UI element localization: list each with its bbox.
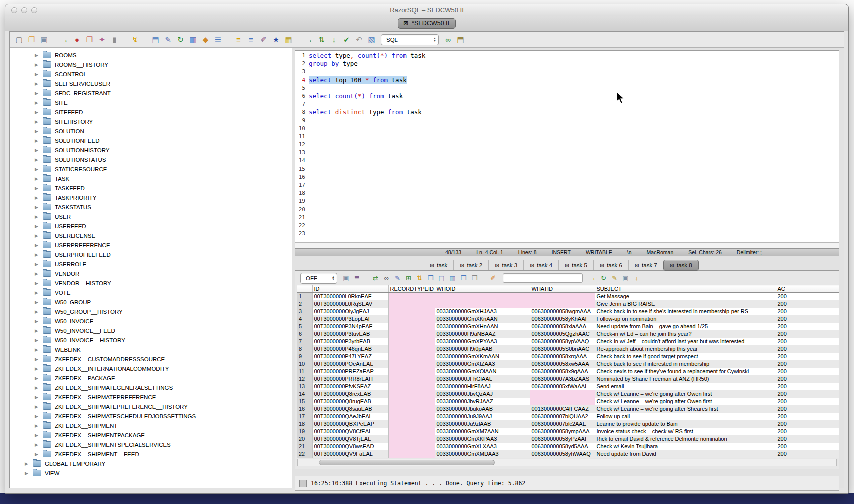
tree-item-w50-group-history[interactable]: ▶W50_GROUP__HISTORY	[10, 307, 292, 316]
tree-item-selfserviceuser[interactable]: ▶SELFSERVICEUSER	[10, 79, 292, 88]
disclosure-triangle-icon[interactable]: ▶	[35, 224, 43, 229]
tree-item-rooms-history[interactable]: ▶ROOMS__HISTORY	[10, 60, 292, 70]
tree-item-zkfedex-shipmatescheduledjobssettings[interactable]: ▶ZKFEDEX__SHIPMATESCHEDULEDJOBSSETTINGS	[10, 412, 292, 421]
table-row[interactable]: 500T3000000P3N4pEAF0033000000GmXHnAAN006…	[298, 323, 840, 330]
tree-item-w50-invoice[interactable]: ▶W50_INVOICE	[10, 316, 292, 326]
tree-item-zkfedex-shipmentpackage[interactable]: ▶ZKFEDEX__SHIPMENTPACKAGE	[10, 430, 292, 440]
cell-whoid[interactable]	[435, 300, 530, 308]
disclosure-triangle-icon[interactable]: ▶	[35, 120, 43, 124]
row-number-cell[interactable]: 13	[298, 383, 312, 390]
cell-recordtypeid[interactable]	[388, 346, 435, 353]
cell-id[interactable]: 00T3000000QV8CfEAL	[312, 428, 388, 436]
cell-subject[interactable]: Check back to see if interested in membe…	[595, 360, 776, 368]
cell-whatid[interactable]	[530, 398, 595, 406]
refresh-results-icon[interactable]: ⇄	[371, 274, 380, 284]
disclosure-triangle-icon[interactable]: ▶	[25, 471, 33, 476]
cell-whatid[interactable]: 006300000058xw5AAA	[530, 360, 595, 368]
disclosure-triangle-icon[interactable]: ▶	[35, 414, 43, 419]
cell-id[interactable]: 00T3000000QV9FaEAL	[312, 450, 388, 458]
cell-whoid[interactable]: 0033000000GmXOiAAN	[435, 368, 530, 376]
cell-subject[interactable]: Get Massage	[595, 293, 776, 300]
row-number-cell[interactable]: 16	[298, 406, 312, 413]
edit-cell-icon[interactable]: ✎	[393, 274, 402, 284]
cell-ac[interactable]: 200	[776, 360, 840, 368]
row-number-cell[interactable]: 8	[298, 346, 312, 353]
view-glasses-icon[interactable]: ∞	[382, 274, 392, 284]
tree-item-user[interactable]: ▶USER	[10, 212, 292, 222]
row-number-cell[interactable]: 22	[298, 450, 312, 458]
tab-close-icon[interactable]: ⊠	[430, 262, 434, 268]
tree-item-userpreference[interactable]: ▶USERPREFERENCE	[10, 240, 292, 250]
cell-id[interactable]: 00T3000000POeAnEAL	[312, 360, 388, 368]
result-tab-task-3[interactable]: ⊠task 3	[488, 260, 524, 270]
table-row[interactable]: 700T3000000P3yrbEAB0033000000GmXPYAA3006…	[298, 338, 840, 346]
save-results-icon[interactable]: ▣	[342, 274, 351, 284]
cell-ac[interactable]: 200	[776, 323, 840, 330]
cell-ac[interactable]: 200	[776, 383, 840, 390]
cell-recordtypeid[interactable]	[388, 406, 435, 413]
filter-icon[interactable]: ≣	[352, 274, 362, 284]
disclosure-triangle-icon[interactable]: ▶	[35, 290, 43, 296]
cell-whatid[interactable]: 006300000058ypVAAQ	[530, 338, 595, 346]
cell-whatid[interactable]	[530, 390, 595, 398]
row-number-cell[interactable]: 15	[298, 398, 312, 406]
tree-item-sitehistory[interactable]: ▶SITEHISTORY	[10, 117, 292, 126]
cell-whatid[interactable]: 006300000058wgmAAA	[530, 308, 595, 316]
cell-whoid[interactable]: 0033000000Ju9zlAAB	[435, 420, 530, 428]
row-number-cell[interactable]: 4	[298, 316, 312, 323]
cell-ac[interactable]: 200	[776, 450, 840, 458]
table-row[interactable]: 1400T3000000Q8rexEAB0033000000JbvQzAAJCh…	[298, 390, 840, 398]
cell-whoid[interactable]: 0033000000JFhGlAAL	[435, 376, 530, 383]
cell-subject[interactable]: Nominated by Shane Freeman at ANZ (HR50)	[595, 376, 776, 383]
cell-whatid[interactable]: 00630000007blQUAA2	[530, 413, 595, 420]
cell-whatid[interactable]	[530, 300, 595, 308]
cell-whoid[interactable]: 0033000000GmXKmAAN	[435, 353, 530, 360]
copy-rows-icon[interactable]: ❒	[459, 274, 468, 284]
cell-ac[interactable]: 200	[776, 353, 840, 360]
down-arrow-icon[interactable]: ↓	[329, 35, 340, 45]
disclosure-triangle-icon[interactable]: ▶	[35, 328, 43, 334]
cell-ac[interactable]: 200	[776, 368, 840, 376]
copy-special-icon[interactable]: ❒	[470, 274, 480, 284]
table-row[interactable]: 900T3000000P47LYEAZ0033000000GmXKmAAN006…	[298, 353, 840, 360]
cell-recordtypeid[interactable]	[388, 360, 435, 368]
tree-item-zkfedex-internationalcommodity[interactable]: ▶ZKFEDEX__INTERNATIONALCOMMODITY	[10, 364, 292, 374]
cell-ac[interactable]: 200	[776, 420, 840, 428]
tab-close-icon[interactable]: ⊠	[565, 262, 570, 268]
column-header-ac[interactable]: AC	[776, 286, 840, 293]
sort-icon[interactable]: ⇅	[415, 274, 424, 284]
row-number-cell[interactable]: 5	[298, 323, 312, 330]
tab-close-icon[interactable]: ⊠	[404, 20, 408, 26]
tab-close-icon[interactable]: ⊠	[635, 262, 640, 268]
disclosure-triangle-icon[interactable]: ▶	[35, 158, 43, 162]
column-header-whoid[interactable]: WHOID	[435, 286, 530, 293]
table-row[interactable]: 600T3000000P3tuvEAB0033000000H9aNBAAZ006…	[298, 330, 840, 338]
cell-ac[interactable]: 200	[776, 398, 840, 406]
cell-recordtypeid[interactable]	[388, 293, 435, 300]
tree-item-zkfedex-shipment-feed[interactable]: ▶ZKFEDEX__SHIPMENT__FEED	[10, 450, 292, 459]
new-file-icon[interactable]: ▢	[14, 35, 24, 45]
go-forward-icon[interactable]: →	[304, 35, 314, 45]
cell-whoid[interactable]: 0033000000HirF8AAJ	[435, 383, 530, 390]
cell-subject[interactable]: Need update from David	[595, 450, 776, 458]
results-hscrollbar[interactable]	[298, 459, 837, 466]
cell-whoid[interactable]: 0033000000GmXPYAA3	[435, 338, 530, 346]
row-number-cell[interactable]: 19	[298, 428, 312, 436]
cell-recordtypeid[interactable]	[388, 450, 435, 458]
cell-id[interactable]: 00T3000000QAeJbEAL	[312, 413, 388, 420]
cell-id[interactable]: 00T3000000QBXPeEAP	[312, 420, 388, 428]
cell-id[interactable]: 00T3000000P3N4pEAF	[312, 323, 388, 330]
disclosure-triangle-icon[interactable]: ▶	[25, 462, 33, 466]
cell-subject[interactable]: Check w/ Leanne – we're going after Shea…	[595, 406, 776, 413]
row-number-cell[interactable]: 21	[298, 443, 312, 450]
cell-whoid[interactable]: 0033000000H9i0pAAB	[435, 346, 530, 353]
tab-close-icon[interactable]: ⊠	[670, 262, 674, 268]
cell-recordtypeid[interactable]	[388, 436, 435, 443]
column-header-subject[interactable]: SUBJECT	[595, 286, 776, 293]
cell-recordtypeid[interactable]	[388, 368, 435, 376]
tree-item-rooms[interactable]: ▶ROOMS	[10, 50, 292, 60]
row-number-header[interactable]	[298, 286, 312, 293]
result-tab-task-7[interactable]: ⊠task 7	[628, 260, 664, 270]
column-header-recordtypeid[interactable]: RECORDTYPEID	[388, 286, 435, 293]
tab-close-icon[interactable]: ⊠	[495, 262, 500, 268]
